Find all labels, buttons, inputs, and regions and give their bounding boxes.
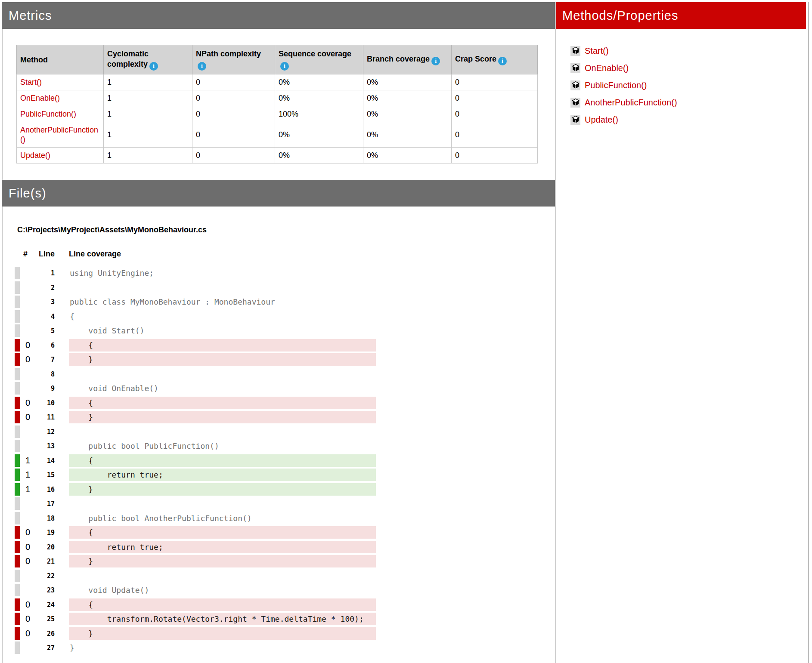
method-link[interactable]: Update() [20,151,50,160]
code-text [69,281,376,294]
table-row: PublicFunction() 1 0 100% 0% 0 [17,106,538,122]
coverage-marker [15,440,20,452]
method-link[interactable]: AnotherPublicFunction() [20,126,98,144]
code-text: { [69,397,376,409]
metric-cell: 1 [104,106,192,122]
sidebar-method-item[interactable]: OnEnable() [570,59,677,77]
info-icon[interactable]: i [198,62,206,71]
method-link[interactable]: PublicFunction() [20,110,76,118]
metric-cell: 0% [275,148,363,163]
metrics-section-header: Metrics [2,2,555,29]
coverage-marker [15,627,20,640]
code-text: { [69,339,376,352]
code-text: } [69,627,376,640]
metric-cell: 100% [275,106,363,122]
coverage-marker [15,570,20,582]
line-number: 23 [27,583,55,598]
sidebar-method-item[interactable]: AnotherPublicFunction() [570,94,677,111]
code-text: public bool AnotherPublicFunction() [69,512,376,524]
code-line-row: 06 { [15,338,376,353]
method-link[interactable]: Start() [585,46,609,56]
line-number: 9 [27,381,55,396]
method-cube-icon [570,80,580,90]
line-number: 8 [27,367,55,382]
metric-cell: 0 [452,122,538,148]
code-text: { [69,526,376,539]
metric-cell: 0 [452,148,538,163]
coverage-marker [15,426,20,438]
info-icon[interactable]: i [431,57,440,65]
metric-cell: 0% [275,90,363,106]
table-row: Update() 1 0 0% 0% 0 [17,148,538,163]
methods-properties-list: Start() OnEnable() PublicFunction() Anot… [570,42,677,128]
metric-cell: 1 [104,148,192,163]
method-link[interactable]: OnEnable() [20,94,60,102]
code-text: public bool PublicFunction() [69,440,376,452]
method-cell: Update() [17,148,104,163]
line-number: 2 [27,281,55,295]
sidebar-method-item[interactable]: PublicFunction() [570,77,677,94]
coverage-marker [15,353,20,366]
code-text: { [69,310,376,323]
method-cube-icon [570,63,580,73]
line-number: 20 [27,540,55,555]
line-number: 26 [27,626,55,641]
coverage-marker [15,454,20,467]
code-text: { [69,598,376,611]
line-number: 18 [27,511,55,526]
metric-cell: 0 [192,106,275,122]
coverage-marker [15,555,20,567]
code-text [69,426,376,438]
code-line-row: 2 [15,281,376,295]
code-line-row: 024 { [15,598,376,612]
code-text: } [69,483,376,496]
code-line-row: 021 } [15,554,376,569]
methods-properties-panel: Methods/Properties Start() OnEnable() Pu… [555,2,809,663]
coverage-marker [15,541,20,553]
code-text: } [69,641,376,654]
metric-cell: 0% [363,90,452,106]
column-header-label: Method [20,56,48,64]
code-line-row: 18 public bool AnotherPublicFunction() [15,511,376,526]
line-column-header: Line [36,250,55,259]
info-icon[interactable]: i [149,62,158,71]
code-text: } [69,353,376,366]
files-section-header: File(s) [2,180,555,207]
info-icon[interactable]: i [498,57,507,65]
table-row: AnotherPublicFunction() 1 0 0% 0% 0 [17,122,538,148]
table-row: OnEnable() 1 0 0% 0% 0 [17,90,538,106]
code-text: void Start() [69,324,376,337]
code-line-row: 010 { [15,396,376,410]
metric-cell: 0% [275,122,363,148]
line-number: 3 [27,295,55,309]
coverage-marker [15,641,20,654]
metric-cell: 0 [452,90,538,106]
code-text [69,368,376,380]
coverage-marker [15,324,20,337]
method-cell: OnEnable() [17,90,104,106]
code-text: } [69,411,376,423]
code-text: public class MyMonoBehaviour : MonoBehav… [69,296,376,308]
sidebar-method-item[interactable]: Update() [570,111,677,128]
method-link[interactable]: PublicFunction() [585,80,647,90]
code-text [69,570,376,582]
code-text: transform.Rotate(Vector3.right * Time.de… [69,613,376,625]
code-line-row: 3public class MyMonoBehaviour : MonoBeha… [15,295,376,309]
method-link[interactable]: AnotherPublicFunction() [585,98,677,108]
code-line-row: 115 return true; [15,468,376,482]
table-row: Start() 1 0 0% 0% 0 [17,74,538,90]
method-link[interactable]: Start() [20,78,42,86]
code-line-row: 23 void Update() [15,583,376,598]
files-section-title: File(s) [2,186,46,200]
code-line-row: 17 [15,496,376,511]
method-link[interactable]: OnEnable() [585,63,629,73]
methods-properties-header: Methods/Properties [556,2,806,29]
sidebar-method-item[interactable]: Start() [570,42,677,59]
column-header-label: Branch coverage [367,55,430,63]
method-link[interactable]: Update() [585,115,618,125]
info-icon[interactable]: i [280,62,289,71]
coverage-marker [15,512,20,524]
line-number: 25 [27,612,55,626]
coverage-marker [15,296,20,308]
code-line-row: 019 { [15,525,376,540]
